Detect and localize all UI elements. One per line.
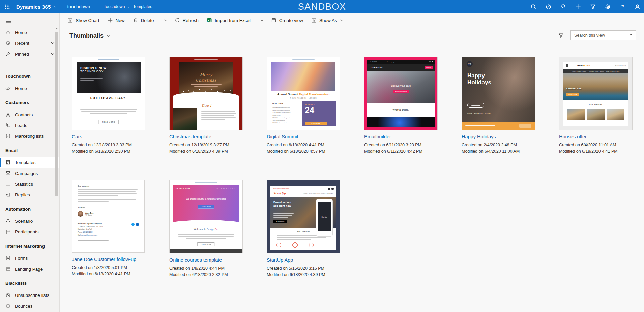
- text-line: [80, 105, 138, 105]
- template-thumbnail[interactable]: www.yourwebsite.com StartUp HOME | SERVI…: [267, 180, 340, 253]
- sidebar-item-home[interactable]: Home: [0, 27, 59, 38]
- template-title-link[interactable]: Happy Holidays: [462, 134, 496, 139]
- sidebar-item-contacts[interactable]: Contacts: [0, 109, 59, 120]
- lightbulb-icon[interactable]: [560, 4, 566, 10]
- import-excel-button[interactable]: Import from Excel: [203, 15, 255, 25]
- schedule-line: 12:00 Feceris, ut incognitus: [272, 111, 301, 114]
- delete-button[interactable]: Delete: [129, 15, 158, 25]
- settings-gear-icon[interactable]: [605, 4, 611, 10]
- sidebar-item-templates[interactable]: Templates: [0, 157, 59, 168]
- template-card-happy-holidays: VR HappyHolidays Home | Einkaufen | Kont…: [462, 57, 535, 154]
- template-thumbnail[interactable]: MerryChristmas Titre 1: [169, 57, 243, 130]
- template-created: Created on 1/8/2020 5:01 PM: [72, 265, 145, 270]
- thumb-hero-image: MerryChristmas: [179, 62, 233, 95]
- search-icon[interactable]: [530, 4, 537, 10]
- breadcrumb-current[interactable]: Templates: [133, 4, 152, 9]
- thumb-brand: YOURMUSIC: [369, 66, 383, 68]
- sitemap-toggle-button[interactable]: [5, 18, 11, 24]
- sidebar-item-forms[interactable]: Forms: [0, 253, 59, 263]
- sidebar-item-statistics[interactable]: Statistics: [0, 179, 59, 189]
- text-line: [465, 127, 487, 127]
- template-thumbnail[interactable]: DISCOVER NEW TECHNOLOGY EXCLUSIVE CARS: [72, 57, 145, 130]
- command-bar: Show Chart New Delete Refresh Import fro…: [60, 13, 644, 27]
- google-play-badge: ▶Google Play: [273, 220, 287, 223]
- create-view-button[interactable]: Create view: [267, 15, 307, 25]
- account-icon[interactable]: [634, 4, 641, 10]
- template-title-link[interactable]: Cars: [72, 134, 82, 139]
- text-line: [80, 76, 105, 76]
- double-check-icon: [5, 86, 11, 91]
- scrollbar-up-arrow[interactable]: [55, 28, 58, 29]
- template-title-link[interactable]: Emailbuilder: [364, 134, 391, 139]
- breadcrumb-area[interactable]: Touchdown: [104, 4, 125, 9]
- feature-icons: [276, 243, 336, 247]
- org-name[interactable]: touchdown: [67, 4, 90, 9]
- template-title-link[interactable]: Jane Doe Customer follow-up: [72, 257, 136, 262]
- scrollbar-thumb[interactable]: [55, 32, 58, 196]
- template-title-link[interactable]: StartUp App: [267, 257, 293, 263]
- sidebar-item-marketing-lists[interactable]: Marketing lists: [0, 131, 59, 142]
- sidebar-item-recent[interactable]: Recent: [0, 38, 59, 49]
- text-line: [273, 213, 294, 214]
- app-title-menu[interactable]: Dynamics 365: [16, 4, 57, 10]
- text-line: [465, 125, 495, 126]
- template-title-link[interactable]: Digital Summit: [267, 134, 298, 139]
- template-created: Created on 1/8/2020 4:44 PM: [169, 266, 243, 271]
- search-input[interactable]: [574, 33, 629, 38]
- signature-role: VP Sales: [85, 214, 93, 216]
- thumb-photo-row: [563, 109, 628, 120]
- template-thumbnail[interactable]: RealEstate +00 123456789 HOME | SERVICES…: [559, 57, 633, 130]
- address-line: Manhattan, New York: [78, 228, 139, 231]
- text-line: [273, 215, 292, 216]
- sidebar-item-scenario[interactable]: Scenario: [0, 216, 59, 226]
- help-icon[interactable]: [619, 4, 626, 10]
- thumb-hero-image: HOME | SERVICES | PROPERTIES | BLOG | NE…: [563, 69, 628, 100]
- new-button[interactable]: New: [104, 15, 129, 25]
- thumb-phone: +00 11 22 33: [369, 61, 377, 63]
- text-line: [80, 78, 103, 79]
- filter-funnel-icon[interactable]: [558, 33, 564, 38]
- thumb-paragraph: [201, 110, 236, 120]
- template-thumbnail[interactable]: +00 11 22 33 info company YOURMUSIC Sign…: [364, 57, 438, 130]
- thumb-address-block: Business Corporate Company 1 Liberty Is,…: [78, 222, 139, 237]
- sidebar-item-touchdown-home[interactable]: Home: [0, 83, 59, 94]
- template-thumbnail[interactable]: Dear customer, Sincerely,: [72, 180, 145, 253]
- thumb-signature: Jane Doe VP Sales: [78, 211, 139, 217]
- import-split-chevron[interactable]: [257, 15, 267, 25]
- sidebar-item-bounces[interactable]: Bounces: [0, 301, 59, 311]
- company-name: Business Corporate Company: [78, 222, 139, 225]
- sidebar-item-participants[interactable]: Participants: [0, 226, 59, 237]
- template-thumbnail[interactable]: VR HappyHolidays Home | Einkaufen | Kont…: [462, 57, 535, 130]
- template-thumbnail[interactable]: DESIGN.PRO Home Portfolio Products Conta…: [169, 180, 243, 253]
- template-title-link[interactable]: Online courses template: [169, 257, 222, 263]
- text-line: [467, 95, 506, 95]
- filter-funnel-icon[interactable]: [590, 4, 596, 10]
- sidebar-item-campaigns[interactable]: Campaigns: [0, 168, 59, 179]
- search-icon[interactable]: [629, 33, 633, 38]
- sidebar-item-leads[interactable]: Leads: [0, 120, 59, 131]
- phone-line: Phone: 123-123-1234: [78, 231, 139, 234]
- template-title-link[interactable]: Houses offer: [559, 134, 587, 139]
- show-chart-button[interactable]: Show Chart: [63, 15, 104, 25]
- app-launcher-button[interactable]: [0, 0, 14, 13]
- template-thumbnail[interactable]: Annual Summit Digital Transformation ROY…: [267, 57, 340, 130]
- template-title-link[interactable]: Christmas template: [169, 134, 211, 139]
- refresh-button[interactable]: Refresh: [171, 15, 203, 25]
- program-label: PROGRAM: [272, 103, 301, 105]
- sidebar-item-pinned[interactable]: Pinned: [0, 49, 59, 59]
- thumb-footer-text: [465, 124, 496, 127]
- delete-split-chevron[interactable]: [160, 15, 171, 25]
- sidebar-item-landing-page[interactable]: Landing Page: [0, 263, 59, 274]
- snow-dots: [183, 91, 184, 92]
- view-selector[interactable]: Thumbnails: [69, 32, 111, 39]
- compass-icon[interactable]: [545, 4, 552, 10]
- sidebar-scrollbar[interactable]: [54, 26, 59, 312]
- sidebar-item-unsubscribe-lists[interactable]: Unsubscribe lists: [0, 290, 59, 301]
- show-as-button[interactable]: Show As: [307, 15, 348, 25]
- plus-icon[interactable]: [575, 4, 581, 10]
- envelope-icon: [5, 170, 11, 176]
- sidebar-item-replies[interactable]: Replies: [0, 189, 59, 200]
- thumb-paragraph: [273, 212, 294, 218]
- alert-icon: [5, 303, 11, 309]
- thumb-footer-bar: [462, 122, 535, 130]
